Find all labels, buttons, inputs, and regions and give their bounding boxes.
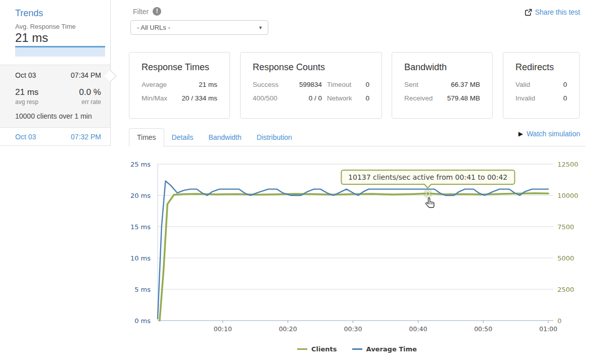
url-filter-value: - All URLs - <box>137 24 170 31</box>
legend-label: Average Time <box>366 345 417 353</box>
select-caret-icon: ▼ <box>258 25 263 30</box>
cursor-hand-icon <box>424 197 436 211</box>
filter-row: Filter ! <box>133 7 161 16</box>
play-icon: ▶ <box>518 130 523 137</box>
legend-item-clients[interactable]: Clients <box>297 345 337 353</box>
trend-time: 07:32 PM <box>71 133 101 141</box>
legend-item-average-time[interactable]: Average Time <box>352 345 417 353</box>
stat-value: 0 <box>361 81 369 88</box>
card-title: Response Times <box>142 62 217 73</box>
svg-text:10000: 10000 <box>557 192 578 199</box>
watch-simulation-label: Watch simulation <box>527 130 580 138</box>
selected-trend-arrow-icon <box>104 70 116 82</box>
stat-label: Success <box>253 81 282 88</box>
trend-avg-value: 21 ms <box>15 87 38 97</box>
svg-text:01:00: 01:00 <box>539 325 557 333</box>
trends-metric-value: 21 ms <box>15 31 48 45</box>
stat-value: 21 ms <box>199 81 217 88</box>
stat-value: 0 <box>563 94 567 102</box>
share-test-link[interactable]: Share this test <box>525 8 581 16</box>
trend-summary: 10000 clients over 1 min <box>15 112 101 120</box>
chart-tabs: Times Details Bandwidth Distribution <box>129 128 585 146</box>
card-title: Response Counts <box>253 62 369 73</box>
card-bandwidth: Bandwidth Sent 66.37 MB Received 579.48 … <box>392 52 493 119</box>
svg-text:00:50: 00:50 <box>474 325 492 333</box>
stat-value: 599834 <box>287 81 322 88</box>
stat-label: Timeout <box>327 81 356 88</box>
svg-text:5000: 5000 <box>557 254 574 262</box>
stat-label: Sent <box>404 81 418 88</box>
filter-info-icon[interactable]: ! <box>153 7 161 16</box>
svg-text:25 ms: 25 ms <box>130 161 151 168</box>
svg-text:12500: 12500 <box>557 161 578 168</box>
trend-err-value: 0.0 % <box>79 87 101 97</box>
share-icon <box>525 9 532 16</box>
clients-line-swatch <box>297 348 307 350</box>
trend-err-label: err rate <box>81 98 101 106</box>
svg-text:2500: 2500 <box>557 286 574 293</box>
chart-tooltip: 10137 clients/sec active from 00:41 to 0… <box>341 170 515 185</box>
stat-value: 0 <box>563 81 567 88</box>
stat-value: 579.48 MB <box>447 94 480 102</box>
legend-label: Clients <box>311 345 337 353</box>
average-time-line-swatch <box>352 348 362 350</box>
stat-value: 66.37 MB <box>451 81 480 88</box>
trend-avg-label: avg resp <box>15 98 38 106</box>
card-response-counts: Response Counts Success 599834 Timeout 0… <box>240 52 382 119</box>
trends-sidebar: Trends Avg. Response Time 21 ms Oct 03 0… <box>0 0 111 146</box>
stat-label: Average <box>142 81 167 88</box>
watch-simulation-link[interactable]: ▶ Watch simulation <box>518 130 580 138</box>
filter-label: Filter <box>133 8 149 16</box>
trends-title[interactable]: Trends <box>15 8 43 19</box>
tab-distribution[interactable]: Distribution <box>249 129 300 146</box>
svg-text:7500: 7500 <box>557 223 574 231</box>
stat-value: 0 <box>361 94 369 102</box>
trend-date: Oct 03 <box>15 71 36 79</box>
svg-text:0: 0 <box>557 317 561 325</box>
stat-value: 0 / 0 <box>287 94 322 102</box>
card-redirects: Redirects Valid 0 Invalid 0 <box>503 52 580 119</box>
trend-item-previous[interactable]: Oct 03 07:32 PM <box>0 128 110 146</box>
url-filter-select[interactable]: - All URLs - ▼ <box>130 20 268 35</box>
svg-text:00:30: 00:30 <box>344 325 362 333</box>
svg-text:00:10: 00:10 <box>214 325 232 333</box>
chart-legend: Clients Average Time <box>129 345 585 353</box>
stat-label: Min/Max <box>142 94 167 102</box>
stat-label: Invalid <box>515 94 535 102</box>
tab-bandwidth[interactable]: Bandwidth <box>201 129 249 146</box>
stat-label: 400/500 <box>253 94 282 102</box>
trend-item-selected[interactable]: Oct 03 07:34 PM 21 ms 0.0 % avg resp err… <box>0 65 110 128</box>
svg-text:5 ms: 5 ms <box>134 286 151 293</box>
card-title: Redirects <box>515 62 567 73</box>
stat-value: 20 / 334 ms <box>181 94 217 102</box>
card-response-times: Response Times Average 21 ms Min/Max 20 … <box>129 52 230 119</box>
svg-text:0 ms: 0 ms <box>134 317 151 325</box>
tab-times[interactable]: Times <box>129 128 164 146</box>
share-label: Share this test <box>535 8 581 16</box>
trend-time: 07:34 PM <box>71 71 101 79</box>
stat-label: Network <box>327 94 356 102</box>
card-title: Bandwidth <box>404 62 480 73</box>
tab-details[interactable]: Details <box>164 129 201 146</box>
stat-label: Received <box>404 94 433 102</box>
svg-text:15 ms: 15 ms <box>130 223 151 231</box>
times-chart: 0 ms05 ms250010 ms500015 ms750020 ms1000… <box>129 157 585 341</box>
trend-date: Oct 03 <box>15 133 36 141</box>
trends-metric-label: Avg. Response Time <box>15 23 76 30</box>
svg-text:00:40: 00:40 <box>409 325 427 333</box>
svg-text:10 ms: 10 ms <box>130 254 151 262</box>
stat-label: Valid <box>515 81 530 88</box>
svg-text:00:20: 00:20 <box>279 325 297 333</box>
trends-sparkline <box>15 46 105 57</box>
svg-text:20 ms: 20 ms <box>130 192 151 199</box>
